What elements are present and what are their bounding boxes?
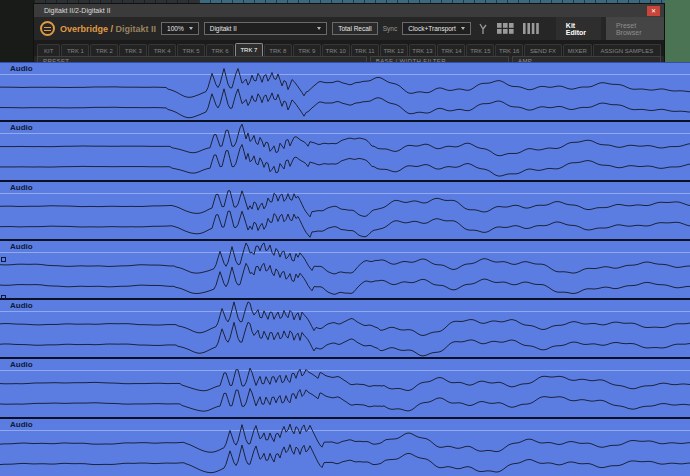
tab-trk-8[interactable]: TRK 8 xyxy=(264,44,292,56)
track-tabs: KITTRK 1TRK 2TRK 3TRK 4TRK 5TRK 6TRK 7TR… xyxy=(34,40,664,56)
audio-lane[interactable]: Audio xyxy=(0,239,690,298)
audio-lane[interactable]: Audio xyxy=(0,357,690,416)
tab-trk-1[interactable]: TRK 1 xyxy=(61,44,89,56)
elektron-logo-icon xyxy=(40,21,55,36)
tab-trk-5[interactable]: TRK 5 xyxy=(177,44,205,56)
track-levels-icon[interactable] xyxy=(523,23,539,34)
tab-trk-14[interactable]: TRK 14 xyxy=(437,44,465,56)
zoom-select[interactable]: 100% xyxy=(161,22,199,35)
tab-trk-6[interactable]: TRK 6 xyxy=(206,44,234,56)
loop-marker-icon xyxy=(1,257,6,262)
window-title: Digitakt II/2-Digitakt II xyxy=(44,7,647,14)
chevron-down-icon xyxy=(317,27,321,30)
tab-trk-4[interactable]: TRK 4 xyxy=(148,44,176,56)
tab-trk-9[interactable]: TRK 9 xyxy=(293,44,321,56)
sync-select[interactable]: Clock+Transport xyxy=(402,22,471,35)
pad-grid-icon[interactable] xyxy=(497,23,514,34)
audio-waveform xyxy=(0,419,690,476)
close-icon: ✕ xyxy=(651,6,656,16)
window-titlebar[interactable]: Digitakt II/2-Digitakt II ✕ xyxy=(34,4,664,17)
midi-routing-icon[interactable] xyxy=(478,23,488,35)
desktop-backdrop: Digitakt II/2-Digitakt II ✕ Overbridge /… xyxy=(0,0,690,476)
tab-trk-16[interactable]: TRK 16 xyxy=(495,44,523,56)
tab-trk-3[interactable]: TRK 3 xyxy=(119,44,147,56)
brand-device-name: Digitakt II xyxy=(116,24,157,34)
tab-trk-2[interactable]: TRK 2 xyxy=(90,44,118,56)
chevron-down-icon xyxy=(189,27,193,30)
audio-waveform xyxy=(0,300,690,357)
tab-assign-samples[interactable]: ASSIGN SAMPLES xyxy=(593,44,661,56)
audio-lanes: AudioAudioAudioAudioAudioAudioAudio xyxy=(0,62,690,476)
kit-editor-tab[interactable]: Kit Editor xyxy=(556,17,601,40)
audio-lane[interactable]: Audio xyxy=(0,180,690,239)
audio-waveform xyxy=(0,241,690,298)
device-select[interactable]: Digitakt II xyxy=(204,22,327,35)
audio-lane[interactable]: Audio xyxy=(0,417,690,476)
close-button[interactable]: ✕ xyxy=(647,6,660,16)
audio-waveform xyxy=(0,359,690,416)
device-select-value: Digitakt II xyxy=(210,25,237,32)
sync-select-value: Clock+Transport xyxy=(408,25,456,32)
tab-trk-7[interactable]: TRK 7 xyxy=(235,43,263,56)
audio-lane[interactable]: Audio xyxy=(0,62,690,120)
toolbar: Overbridge / Digitakt II 100% Digitakt I… xyxy=(34,17,664,40)
tab-kit[interactable]: KIT xyxy=(37,44,60,56)
tab-send-fx[interactable]: SEND FX xyxy=(524,44,562,56)
audio-lane[interactable]: Audio xyxy=(0,298,690,357)
total-recall-button[interactable]: Total Recall xyxy=(332,22,378,35)
audio-lane[interactable]: Audio xyxy=(0,120,690,179)
tab-trk-10[interactable]: TRK 10 xyxy=(322,44,350,56)
tab-trk-13[interactable]: TRK 13 xyxy=(409,44,437,56)
audio-waveform xyxy=(0,182,690,239)
audio-waveform xyxy=(0,122,690,179)
desktop-green-area xyxy=(665,0,690,64)
chevron-down-icon xyxy=(461,27,465,30)
preset-browser-button[interactable]: Preset Browser xyxy=(606,17,664,40)
sync-label: Sync xyxy=(383,25,397,32)
tab-mixer[interactable]: MIXER xyxy=(563,44,592,56)
tab-trk-11[interactable]: TRK 11 xyxy=(351,44,379,56)
tab-trk-12[interactable]: TRK 12 xyxy=(380,44,408,56)
audio-waveform xyxy=(0,63,690,120)
zoom-value: 100% xyxy=(167,25,184,32)
overbridge-plugin-window: Digitakt II/2-Digitakt II ✕ Overbridge /… xyxy=(34,4,664,62)
brand-title: Overbridge / Digitakt II xyxy=(60,24,156,34)
tab-trk-15[interactable]: TRK 15 xyxy=(466,44,494,56)
